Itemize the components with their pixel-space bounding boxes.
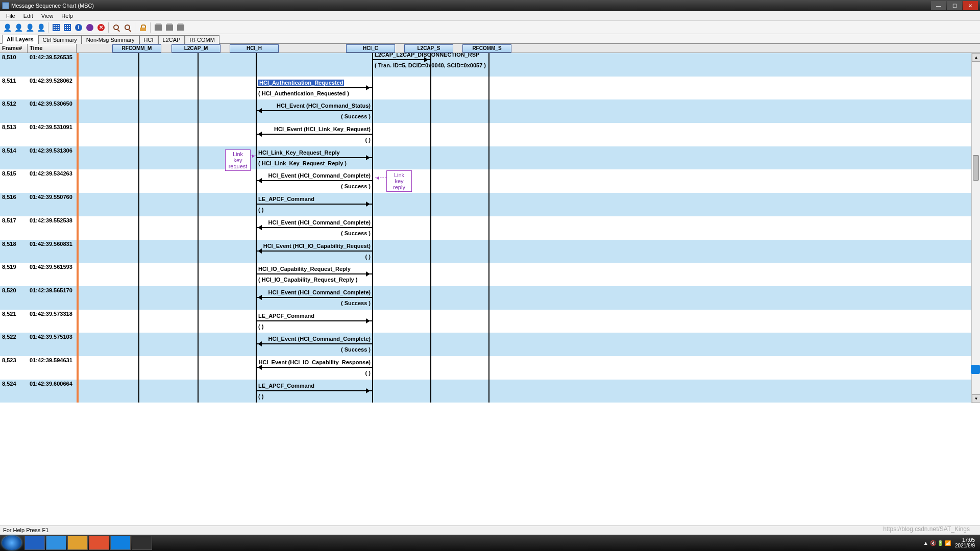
msc-row[interactable]: 8,51201:42:39.530650HCI_Event (HCI_Comma… [0,99,980,123]
scroll-thumb[interactable] [973,155,979,181]
taskbar-app-2[interactable] [46,536,66,550]
lifeline [488,53,489,77]
tab-l2cap[interactable]: L2CAP [158,35,185,44]
msc-row[interactable]: 8,52101:42:39.573318LE_APCF_Command( ) [0,310,980,333]
message-arrow[interactable] [256,157,372,158]
msc-row[interactable]: 8,52301:42:39.594631HCI_Event (HCI_IO_Ca… [0,356,980,380]
msc-row[interactable]: 8,51801:42:39.560831HCI_Event (HCI_IO_Ca… [0,240,980,263]
msc-row[interactable]: 8,51601:42:39.550760LE_APCF_Command( ) [0,193,980,216]
msc-row[interactable]: 8,51501:42:39.534263HCI_Event (HCI_Comma… [0,169,980,193]
tb-lock[interactable] [138,22,148,33]
msc-row[interactable]: 8,52401:42:39.600664LE_APCF_Command( ) [0,380,980,403]
message-arrow[interactable] [256,134,372,135]
lifeline [488,193,489,216]
tab-rfcomm[interactable]: RFCOMM [185,35,219,44]
lane-l2cap-s[interactable]: L2CAP_S [404,44,453,53]
msc-row[interactable]: 8,51001:42:39.526535L2CAP_L2CAP_DISCONNE… [0,53,980,77]
message-sublabel: ( ) [258,393,263,399]
lifeline [198,123,199,146]
cell-frame: 8,515 [0,169,28,193]
tb-print-x[interactable] [176,22,186,33]
msc-row[interactable]: 8,51101:42:39.528062HCI_Authentication_R… [0,77,980,100]
tab-non-msg-summary[interactable]: Non-Msg Summary [82,35,139,44]
taskbar-app-5[interactable] [110,536,131,550]
taskbar-app-4[interactable] [89,536,109,550]
taskbar-app-3[interactable] [67,536,88,550]
menu-file[interactable]: File [2,12,19,20]
message-arrow[interactable] [256,273,372,274]
scroll-up-icon[interactable]: ▲ [972,53,980,62]
tb-table[interactable] [62,22,72,33]
start-button[interactable] [2,536,21,550]
message-arrow[interactable] [256,110,372,111]
msc-row[interactable]: 8,51301:42:39.531091HCI_Event (HCI_Link_… [0,123,980,146]
message-arrow[interactable] [256,227,372,228]
message-arrow[interactable] [256,367,372,368]
tab-ctrl-summary[interactable]: Ctrl Summary [38,35,82,44]
lifeline [430,380,431,403]
tb-person-add-red[interactable]: 👤 [2,22,12,33]
close-button[interactable]: ✕ [963,1,978,10]
message-arrow[interactable] [256,320,372,321]
taskbar-app-6[interactable] [132,536,152,550]
maximize-button[interactable]: ☐ [947,1,962,10]
tab-all-layers[interactable]: All Layers [2,35,38,44]
message-arrow[interactable] [256,297,372,298]
msc-row[interactable]: 8,52201:42:39.575103HCI_Event (HCI_Comma… [0,333,980,356]
teamviewer-badge-icon[interactable] [971,365,980,374]
tb-info[interactable]: i [74,22,84,33]
col-frame[interactable]: Frame# [0,44,28,53]
cell-time: 01:42:39.594631 [28,356,77,380]
menu-edit[interactable]: Edit [19,12,37,20]
msc-row[interactable]: 8,51701:42:39.552538HCI_Event (HCI_Comma… [0,216,980,240]
message-arrow[interactable] [256,87,372,88]
cell-frame: 8,520 [0,286,28,310]
message-arrow[interactable] [256,180,372,181]
message-sublabel: ( Success ) [341,183,371,189]
tb-person-red2[interactable]: 👤 [13,22,23,33]
menu-view[interactable]: View [37,12,58,20]
tb-stop[interactable] [85,22,95,33]
lane-hci-h[interactable]: HCI_H [230,44,279,53]
minimize-button[interactable]: — [931,1,946,10]
col-time[interactable]: Time [28,44,77,53]
message-arrow[interactable] [256,390,372,391]
tb-person-red3[interactable]: 👤 [24,22,35,33]
lane-l2cap-m[interactable]: L2CAP_M [172,44,220,53]
msc-row[interactable]: 8,51401:42:39.531306HCI_Link_Key_Request… [0,146,980,170]
tb-find2[interactable] [122,22,133,33]
lifeline [430,263,431,286]
menu-help[interactable]: Help [57,12,77,20]
msc-row[interactable]: 8,52001:42:39.565170HCI_Event (HCI_Comma… [0,286,980,310]
system-tray[interactable]: ▲ 🔇 🔋 📶 17:05 2021/6/9 [923,537,978,548]
message-arrow[interactable] [256,204,372,205]
tb-find[interactable] [111,22,121,33]
lane-rfcomm-s[interactable]: RFCOMM_S [462,44,511,53]
cell-frame: 8,512 [0,99,28,123]
message-arrow[interactable] [372,59,430,60]
taskbar-app-1[interactable] [24,536,45,550]
lane-hci-c[interactable]: HCI_C [346,44,395,53]
scroll-down-icon[interactable]: ▼ [972,394,980,403]
tb-cancel[interactable]: ✕ [96,22,106,33]
msc-row[interactable]: 8,51901:42:39.561593HCI_IO_Capability_Re… [0,263,980,286]
status-bar: For Help Press F1 [0,525,980,535]
lifeline [372,216,373,240]
message-label: HCI_IO_Capability_Request_Reply [258,266,351,272]
cell-time: 01:42:39.528062 [28,77,77,100]
lane-header-area: RFCOMM_M L2CAP_M HCI_H HCI_C L2CAP_S RFC… [77,44,980,53]
tray-icons[interactable]: ▲ 🔇 🔋 📶 [923,540,951,546]
tb-person-blue[interactable]: 👤 [36,22,46,33]
lifeline [372,286,373,310]
tb-goto[interactable] [51,22,61,33]
vertical-scrollbar[interactable]: ▲ ▼ [971,53,980,403]
lane-rfcomm-m[interactable]: RFCOMM_M [112,44,161,53]
lifeline [198,333,199,356]
row-chart: HCI_Event (HCI_IO_Capability_Request)( ) [79,240,980,263]
tb-print2[interactable] [164,22,175,33]
tab-hci[interactable]: HCI [139,35,158,44]
tb-print1[interactable] [153,22,163,33]
message-arrow[interactable] [256,343,372,344]
message-arrow[interactable] [256,251,372,252]
lifeline [488,310,489,333]
